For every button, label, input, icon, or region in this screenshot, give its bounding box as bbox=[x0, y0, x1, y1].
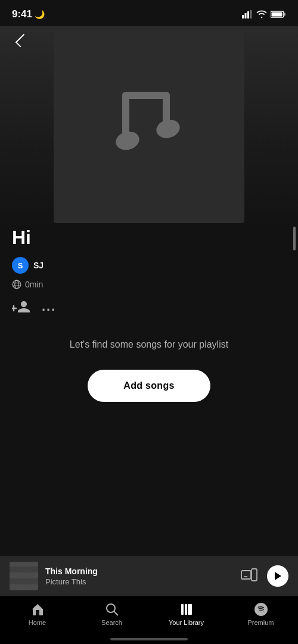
library-icon bbox=[179, 602, 194, 617]
album-art-container bbox=[0, 26, 298, 229]
track-info: This Morning Picture This bbox=[45, 566, 234, 586]
svg-point-13 bbox=[15, 280, 18, 289]
svg-rect-0 bbox=[242, 15, 244, 18]
status-icons bbox=[242, 10, 286, 18]
playlist-title: Hi bbox=[12, 227, 286, 249]
add-user-button[interactable] bbox=[12, 300, 30, 320]
wifi-icon bbox=[256, 10, 267, 18]
more-options-button[interactable]: ··· bbox=[42, 302, 56, 318]
search-icon bbox=[105, 602, 119, 617]
svg-point-23 bbox=[107, 604, 115, 612]
nav-label-library: Your Library bbox=[169, 619, 204, 626]
action-row[interactable]: ··· bbox=[12, 300, 286, 320]
status-time: 9:41 bbox=[12, 8, 32, 20]
nav-label-home: Home bbox=[29, 619, 46, 626]
now-playing-bar[interactable]: This Morning Picture This bbox=[0, 556, 298, 596]
main-content: Hi S SJ 0min ··· Let's fin bbox=[0, 215, 298, 402]
globe-icon bbox=[12, 280, 21, 289]
nav-item-search[interactable]: Search bbox=[74, 602, 149, 626]
add-songs-button[interactable]: Add songs bbox=[88, 370, 210, 402]
spotify-icon bbox=[254, 602, 268, 617]
now-playing-controls bbox=[241, 565, 288, 587]
svg-rect-18 bbox=[241, 571, 251, 579]
svg-rect-19 bbox=[252, 569, 257, 581]
track-name: This Morning bbox=[45, 566, 234, 576]
connect-device-icon[interactable] bbox=[241, 568, 257, 584]
svg-rect-6 bbox=[284, 13, 286, 16]
back-button[interactable] bbox=[10, 30, 31, 51]
moon-icon: 🌙 bbox=[35, 10, 45, 19]
home-icon bbox=[30, 602, 45, 617]
duration-text: 0min bbox=[25, 280, 43, 289]
battery-icon bbox=[271, 10, 286, 18]
avatar: S bbox=[12, 257, 29, 274]
svg-rect-25 bbox=[181, 604, 184, 615]
music-note-icon bbox=[101, 86, 197, 169]
svg-point-11 bbox=[154, 117, 182, 140]
nav-item-library[interactable]: Your Library bbox=[149, 602, 224, 626]
nav-item-home[interactable]: Home bbox=[0, 602, 74, 626]
svg-line-24 bbox=[114, 612, 118, 616]
status-bar: 9:41 🌙 bbox=[0, 0, 298, 26]
duration-row: 0min bbox=[12, 280, 286, 289]
svg-rect-27 bbox=[188, 604, 192, 615]
empty-message: Let's find some songs for your playlist bbox=[12, 338, 286, 352]
svg-rect-1 bbox=[245, 13, 247, 18]
track-artist: Picture This bbox=[45, 577, 234, 586]
home-indicator bbox=[110, 638, 188, 640]
svg-point-28 bbox=[254, 603, 268, 616]
track-thumbnail bbox=[10, 562, 38, 590]
back-chevron-icon bbox=[15, 34, 29, 48]
bottom-nav: Home Search Your Library Premium bbox=[0, 596, 298, 644]
signal-icon bbox=[242, 10, 253, 18]
svg-rect-26 bbox=[185, 604, 187, 615]
album-art bbox=[54, 32, 244, 223]
owner-name: SJ bbox=[33, 261, 44, 270]
svg-rect-22 bbox=[36, 610, 39, 615]
scroll-handle[interactable] bbox=[293, 227, 296, 250]
svg-point-12 bbox=[13, 280, 21, 289]
svg-rect-5 bbox=[272, 13, 283, 17]
svg-marker-21 bbox=[275, 572, 281, 580]
nav-label-search: Search bbox=[101, 619, 122, 626]
nav-item-premium[interactable]: Premium bbox=[224, 602, 298, 626]
svg-rect-2 bbox=[247, 11, 249, 18]
owner-row: S SJ bbox=[12, 257, 286, 274]
svg-rect-3 bbox=[250, 10, 252, 18]
svg-point-10 bbox=[114, 129, 141, 152]
play-button[interactable] bbox=[267, 565, 288, 587]
nav-label-premium: Premium bbox=[247, 619, 274, 626]
